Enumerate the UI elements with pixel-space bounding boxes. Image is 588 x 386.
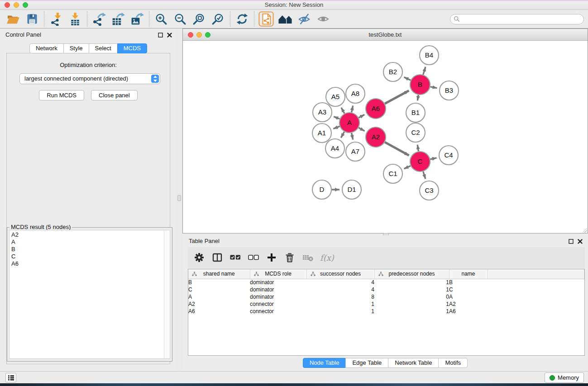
select-all-icon[interactable]: [229, 252, 241, 263]
table-cell[interactable]: C: [449, 286, 488, 293]
tab-network-table[interactable]: Network Table: [388, 358, 439, 368]
table-cell[interactable]: B: [188, 279, 250, 286]
table-cell[interactable]: 1: [306, 300, 374, 308]
network-zoom-icon[interactable]: [205, 32, 210, 38]
export-network-icon[interactable]: [90, 11, 109, 27]
tab-network[interactable]: Network: [29, 43, 64, 53]
zoom-selected-icon[interactable]: [209, 11, 228, 27]
gear-icon[interactable]: [193, 252, 205, 263]
zoom-window-icon[interactable]: [23, 2, 28, 8]
function-builder-icon[interactable]: f(x): [320, 253, 334, 262]
close-panel-icon[interactable]: [167, 32, 172, 39]
zoom-in-icon[interactable]: [152, 11, 171, 27]
columns-icon[interactable]: [211, 252, 223, 263]
graph-edge-A-A4[interactable]: [341, 132, 344, 138]
network-graph[interactable]: B4B2BB3A8A5A6A3B1AA1C2A2A4A7C4CC1DD1C3: [183, 41, 588, 233]
graph-edge-B-B1[interactable]: [417, 95, 418, 101]
network-close-icon[interactable]: [188, 32, 193, 38]
table-cell[interactable]: A2: [449, 300, 488, 308]
network-window-titlebar[interactable]: testGlobe.txt: [183, 29, 588, 41]
trash-icon[interactable]: [284, 252, 296, 263]
tab-node-table[interactable]: Node Table: [303, 358, 346, 368]
column-header-successor-nodes[interactable]: successor nodes: [306, 269, 374, 279]
tab-style[interactable]: Style: [63, 43, 89, 53]
panel-divider[interactable]: [177, 29, 182, 371]
table-cell[interactable]: dominator: [250, 279, 306, 286]
table-cell[interactable]: connector: [250, 308, 306, 315]
scrollbar[interactable]: [164, 230, 170, 358]
deselect-all-icon[interactable]: [248, 252, 259, 263]
table-cell[interactable]: A6: [188, 308, 250, 315]
delete-table-icon[interactable]: [302, 252, 314, 263]
table-cell[interactable]: C: [188, 286, 250, 293]
save-session-icon[interactable]: [23, 11, 42, 27]
table-cell[interactable]: A: [188, 293, 250, 300]
mcds-result-item[interactable]: B: [11, 246, 170, 253]
table-row[interactable]: Cdominator41C: [188, 286, 584, 293]
import-table-icon[interactable]: [66, 11, 85, 27]
table-cell[interactable]: connector: [250, 300, 306, 308]
table-cell[interactable]: 4: [306, 286, 374, 293]
mcds-result-item[interactable]: A: [11, 238, 170, 246]
column-header-shared-name[interactable]: shared name: [188, 269, 250, 279]
graph-edge-A-A2[interactable]: [359, 128, 364, 131]
close-panel-icon[interactable]: [578, 238, 583, 245]
show-annotations-eye-icon[interactable]: [314, 11, 333, 27]
open-session-icon[interactable]: [4, 11, 23, 27]
export-table-icon[interactable]: [109, 11, 128, 27]
tab-select[interactable]: Select: [89, 43, 118, 53]
table-cell[interactable]: 1: [374, 300, 449, 308]
table-cell[interactable]: 4: [306, 279, 374, 286]
graph-edge-B-B3[interactable]: [430, 87, 437, 88]
mcds-result-item[interactable]: A2: [11, 231, 170, 238]
table-row[interactable]: Bdominator41B: [188, 279, 584, 286]
mcds-result-item[interactable]: C: [11, 253, 170, 260]
window-titlebar[interactable]: Session: New Session: [0, 0, 588, 10]
table-cell[interactable]: 0: [374, 293, 449, 300]
zoom-fit-icon[interactable]: [190, 11, 209, 27]
graph-edge-C-C4[interactable]: [430, 158, 436, 159]
select-stepper-icon[interactable]: [151, 75, 159, 83]
table-cell[interactable]: 1: [374, 286, 449, 293]
refresh-icon[interactable]: [233, 11, 252, 27]
graph-edge-B-B2[interactable]: [404, 77, 411, 80]
column-header-name[interactable]: name: [449, 269, 488, 279]
ndex-home-icon[interactable]: [276, 11, 295, 27]
tab-motifs[interactable]: Motifs: [438, 358, 468, 368]
memory-button[interactable]: Memory: [545, 372, 584, 383]
table-cell[interactable]: B: [449, 279, 488, 286]
divider-grip[interactable]: [177, 195, 181, 201]
search-input[interactable]: [450, 14, 584, 24]
graph-edge-A-A6[interactable]: [359, 114, 364, 118]
mcds-result-item[interactable]: A6: [11, 260, 170, 267]
table-row[interactable]: A6connector11A6: [188, 308, 584, 315]
add-icon[interactable]: [266, 252, 277, 263]
tab-mcds[interactable]: MCDS: [117, 43, 147, 53]
column-header-predecessor-nodes[interactable]: predecessor nodes: [374, 269, 449, 279]
graph-edge-A-A8[interactable]: [352, 105, 353, 112]
network-canvas[interactable]: B4B2BB3A8A5A6A3B1AA1C2A2A4A7C4CC1DD1C3: [183, 41, 588, 233]
graph-edge-A-A7[interactable]: [352, 133, 353, 140]
close-window-icon[interactable]: [5, 2, 10, 8]
show-graphics-details-icon[interactable]: [295, 11, 314, 27]
table-row[interactable]: A2connector11A2: [188, 300, 584, 308]
tab-edge-table[interactable]: Edge Table: [345, 358, 388, 368]
close-panel-button[interactable]: Close panel: [91, 90, 138, 100]
export-image-icon[interactable]: [128, 11, 147, 27]
graph-edge-A-A5[interactable]: [341, 108, 344, 114]
float-panel-icon[interactable]: [569, 238, 574, 245]
minimize-window-icon[interactable]: [14, 2, 19, 8]
table-cell[interactable]: A: [449, 293, 488, 300]
graph-edge-A-A3[interactable]: [334, 117, 339, 119]
criterion-select[interactable]: largest connected component (directed): [19, 73, 160, 84]
table-cell[interactable]: 1: [374, 279, 449, 286]
table-cell[interactable]: A2: [188, 300, 250, 308]
table-cell[interactable]: A6: [449, 308, 488, 315]
graph-edge-C-C1[interactable]: [404, 166, 411, 168]
graph-edge-A6-B[interactable]: [385, 91, 409, 104]
import-network-icon[interactable]: [47, 11, 66, 27]
graph-edge-C-C3[interactable]: [423, 172, 425, 179]
graph-edge-A2-C[interactable]: [385, 142, 409, 155]
table-cell[interactable]: dominator: [250, 293, 306, 300]
table-cell[interactable]: 1: [306, 308, 374, 315]
